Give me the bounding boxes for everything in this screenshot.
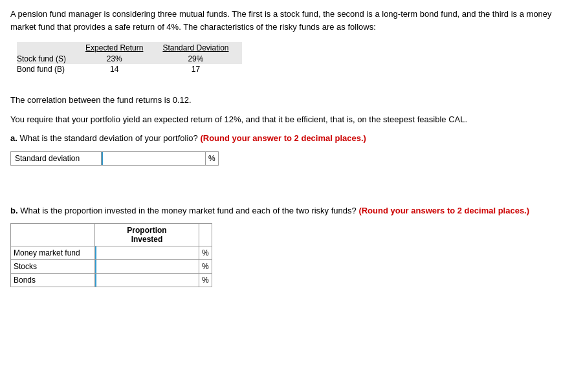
money-market-input[interactable]	[95, 246, 199, 259]
std-dev-row: Standard deviation %	[11, 151, 219, 165]
part-a-question-main: What is the standard deviation of your p…	[19, 133, 197, 143]
std-dev-input-cell	[102, 151, 206, 165]
part-a-answer-table: Standard deviation %	[10, 151, 219, 166]
stock-fund-row: Stock fund (S) 23% 29%	[17, 54, 242, 64]
part-b-round-text: (Round your answers to 2 decimal places.…	[358, 206, 529, 215]
money-market-unit: %	[199, 246, 212, 260]
proportion-table: ProportionInvested Money market fund % S…	[10, 223, 212, 287]
money-market-row: Money market fund %	[11, 246, 212, 260]
stocks-input-cell	[95, 260, 199, 274]
bonds-label: Bonds	[11, 274, 95, 287]
stock-fund-label: Stock fund (S)	[17, 54, 79, 64]
money-market-label: Money market fund	[11, 246, 95, 260]
bond-fund-std: 17	[156, 64, 241, 74]
bonds-row: Bonds %	[11, 274, 212, 287]
bonds-input-cell	[95, 274, 199, 287]
bonds-input[interactable]	[95, 274, 199, 287]
std-dev-input[interactable]	[102, 152, 205, 165]
part-a-round-text: (Round your answer to 2 decimal places.)	[200, 133, 366, 143]
stocks-input[interactable]	[95, 260, 199, 273]
stocks-label: Stocks	[11, 260, 95, 274]
std-dev-unit: %	[206, 151, 219, 165]
correlation-text: The correlation between the fund returns…	[10, 94, 562, 107]
part-b-label: b.	[10, 206, 18, 215]
bond-fund-row: Bond fund (B) 14 17	[17, 64, 242, 74]
bonds-unit: %	[199, 274, 212, 287]
proportion-unit-header	[199, 224, 212, 246]
stocks-unit: %	[199, 260, 212, 274]
proportion-empty-header	[11, 224, 95, 246]
fund-characteristics-table: Expected Return Standard Deviation Stock…	[17, 42, 242, 74]
part-a-label: a.	[10, 133, 17, 143]
proportion-header-row: ProportionInvested	[11, 224, 212, 246]
stock-fund-std: 29%	[156, 54, 241, 64]
bond-fund-label: Bond fund (B)	[17, 64, 79, 74]
stocks-row: Stocks %	[11, 260, 212, 274]
bond-fund-return: 14	[79, 64, 156, 74]
fund-col-header	[17, 42, 79, 54]
proportion-invested-header: ProportionInvested	[95, 224, 199, 246]
std-dev-header: Standard Deviation	[156, 42, 241, 54]
requirement-text: You require that your portfolio yield an…	[10, 113, 562, 126]
part-a-question: a. What is the standard deviation of you…	[10, 132, 562, 145]
part-b-question: b. What is the proportion invested in th…	[10, 204, 562, 217]
part-b-question-main: What is the proportion invested in the m…	[20, 206, 357, 215]
std-dev-label-cell: Standard deviation	[11, 151, 102, 165]
money-market-input-cell	[95, 246, 199, 260]
intro-paragraph: A pension fund manager is considering th…	[10, 8, 562, 33]
expected-return-header: Expected Return	[79, 42, 156, 54]
stock-fund-return: 23%	[79, 54, 156, 64]
